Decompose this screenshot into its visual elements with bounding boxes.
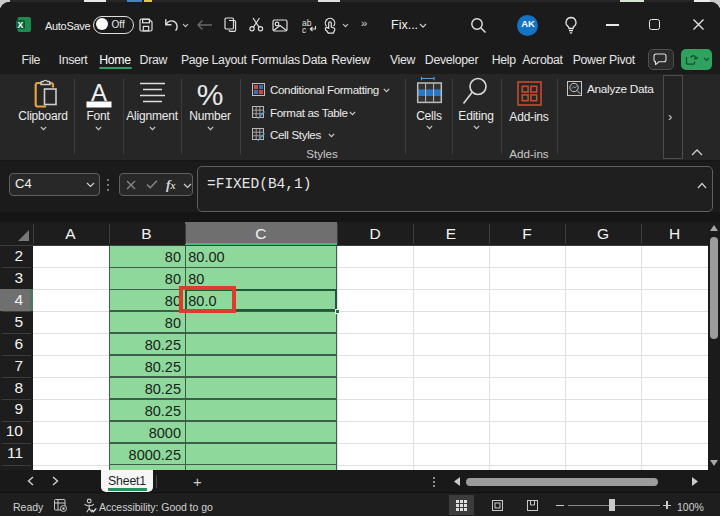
svg-text:A: A	[91, 79, 107, 106]
svg-text:X: X	[17, 20, 23, 30]
